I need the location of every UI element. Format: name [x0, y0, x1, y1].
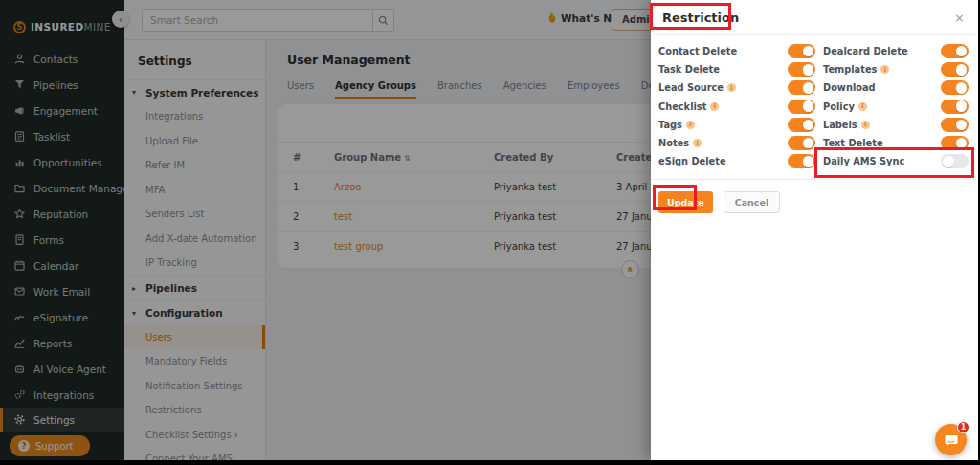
restriction-panel: Restriction × Contact Delete Task Delete… — [651, 0, 978, 460]
toggle-label: Checklist — [658, 101, 706, 112]
update-button[interactable]: Update — [658, 191, 713, 213]
toggles-left-column: Contact Delete Task Delete Lead Source C… — [658, 42, 815, 170]
toggle-label: eSign Delete — [658, 156, 726, 166]
tags-toggle[interactable] — [788, 118, 815, 132]
download-toggle[interactable] — [941, 80, 969, 95]
close-icon[interactable]: × — [954, 11, 965, 25]
labels-toggle[interactable] — [941, 118, 969, 132]
toggle-label: Download — [823, 82, 876, 93]
toggle-row-lead-source: Lead Source — [658, 78, 815, 97]
toggle-label: Daily AMS Sync — [823, 156, 904, 166]
chat-notification-badge: 1 — [957, 421, 969, 433]
toggle-row-checklist: Checklist — [658, 98, 815, 116]
toggle-row-contact-delete: Contact Delete — [658, 42, 815, 60]
panel-actions: Update Cancel — [651, 180, 978, 213]
daily-ams-sync-toggle[interactable] — [941, 154, 969, 168]
restriction-title: Restriction — [662, 11, 739, 25]
chat-bubble-icon — [944, 432, 959, 448]
dealcard-delete-toggle[interactable] — [941, 44, 969, 58]
toggle-row-policy: Policy — [823, 98, 969, 116]
toggle-label: Labels — [823, 120, 858, 130]
toggle-row-templates: Templates — [823, 60, 969, 78]
lead-source-toggle[interactable] — [788, 80, 815, 95]
toggle-row-labels: Labels — [823, 116, 969, 134]
modal-dim-overlay — [0, 0, 651, 460]
toggle-row-notes: Notes — [658, 134, 815, 152]
templates-toggle[interactable] — [941, 62, 969, 77]
text-delete-toggle[interactable] — [941, 136, 969, 150]
contact-delete-toggle[interactable] — [788, 44, 815, 58]
restriction-toggles: Contact Delete Task Delete Lead Source C… — [651, 35, 978, 170]
toggle-label: Text Delete — [823, 138, 883, 148]
chat-widget-button[interactable]: 1 — [935, 424, 967, 455]
info-icon[interactable] — [710, 102, 719, 111]
esign-delete-toggle[interactable] — [788, 154, 815, 168]
cancel-button[interactable]: Cancel — [724, 191, 780, 213]
notes-toggle[interactable] — [788, 136, 815, 150]
toggle-label: Tags — [658, 120, 682, 130]
toggle-label: Policy — [823, 101, 855, 112]
toggle-row-download: Download — [823, 78, 969, 97]
toggle-label: Templates — [823, 64, 877, 75]
toggle-row-esign-delete: eSign Delete — [658, 152, 815, 170]
app-window: S INSUREDMINE Contacts Pipelines Engagem… — [0, 0, 978, 460]
toggle-row-dealcard-delete: Dealcard Delete — [823, 42, 969, 60]
info-icon[interactable] — [693, 139, 702, 147]
info-icon[interactable] — [880, 65, 889, 74]
toggle-row-text-delete: Text Delete — [823, 134, 969, 152]
toggle-label: Notes — [658, 138, 689, 148]
policy-toggle[interactable] — [941, 100, 969, 114]
toggles-right-column: Dealcard Delete Templates Download Polic… — [823, 42, 969, 170]
info-icon[interactable] — [861, 121, 870, 129]
toggle-row-tags: Tags — [658, 116, 815, 134]
toggle-label: Dealcard Delete — [823, 46, 908, 56]
info-icon[interactable] — [686, 121, 695, 129]
toggle-label: Contact Delete — [658, 46, 737, 56]
toggle-label: Task Delete — [658, 64, 720, 75]
checklist-toggle[interactable] — [788, 100, 815, 114]
toggle-row-daily-ams-sync: Daily AMS Sync — [823, 152, 969, 170]
toggle-label: Lead Source — [658, 82, 724, 93]
task-delete-toggle[interactable] — [788, 62, 815, 77]
info-icon[interactable] — [858, 102, 867, 111]
restriction-panel-header: Restriction × — [651, 0, 978, 35]
toggle-row-task-delete: Task Delete — [658, 60, 815, 78]
info-icon[interactable] — [727, 83, 736, 92]
